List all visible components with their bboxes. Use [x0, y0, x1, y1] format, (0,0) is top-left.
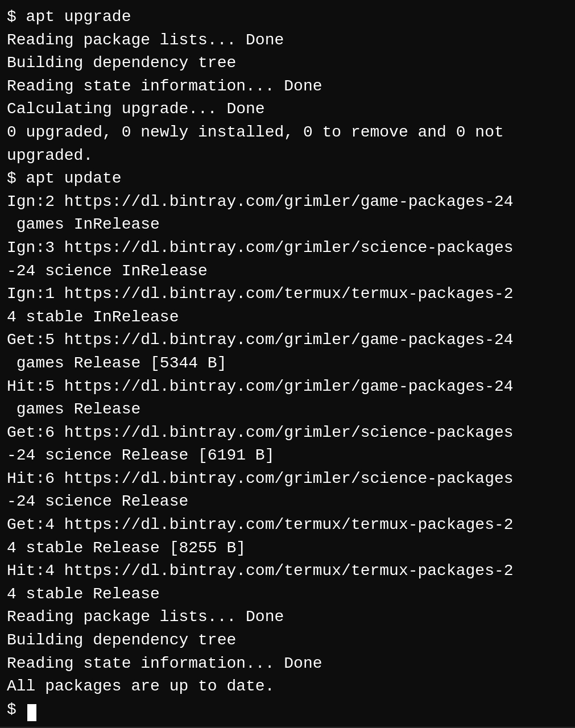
- terminal-cursor: [27, 704, 36, 721]
- terminal-output: $ apt upgrade Reading package lists... D…: [0, 0, 575, 727]
